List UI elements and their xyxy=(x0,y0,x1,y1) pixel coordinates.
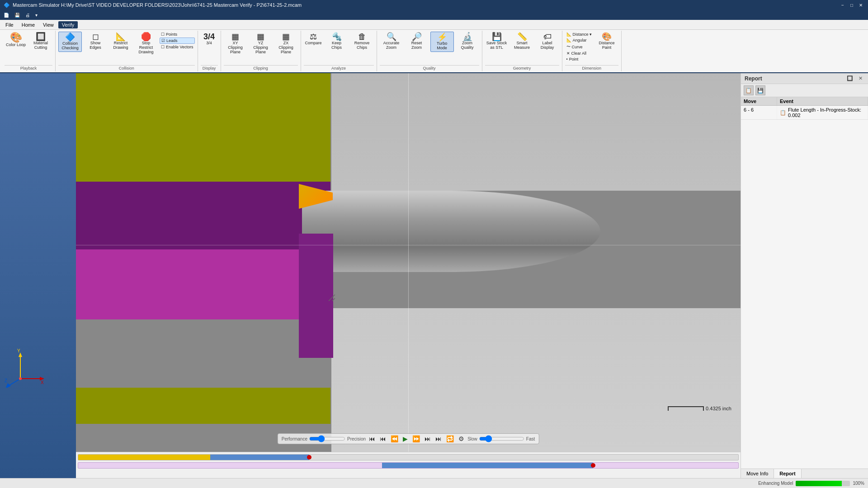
ribbon-group-playback-content: 🎨 Color Loop 🔲 Material Cutting xyxy=(5,32,52,64)
svg-text:Z: Z xyxy=(5,378,7,383)
app-icon: 🔷 xyxy=(4,2,10,8)
viewport[interactable]: 0.4325 inch Performance Precision ⏮ ⏮ ⏪ … xyxy=(76,73,741,478)
progress-track-top[interactable] xyxy=(78,454,739,460)
panel-float-button[interactable]: 🔲 xyxy=(845,75,855,82)
svg-line-10 xyxy=(329,295,335,301)
progress-track-bottom[interactable] xyxy=(78,462,739,469)
tool-cylinder xyxy=(302,191,600,272)
progress-fill-yellow xyxy=(78,455,210,460)
smart-measure-button[interactable]: 📏 Smart Measure xyxy=(510,32,534,51)
compare-button[interactable]: ⚖ Compare xyxy=(304,32,323,47)
left-sidebar: Y X Z xyxy=(0,73,76,478)
next-end-button[interactable]: ⏭ xyxy=(423,435,432,442)
zoom-quality-button[interactable]: 🔬 Zoom Quality xyxy=(456,32,479,51)
ribbon-group-quality-label: Quality xyxy=(380,65,479,70)
keep-chips-button[interactable]: 🔩 Keep Chips xyxy=(325,32,349,51)
menu-bar: File Home View Verify xyxy=(0,20,868,30)
accurate-zoom-button[interactable]: 🔍 Accurate Zoom xyxy=(380,32,403,51)
remove-chips-button[interactable]: 🗑 Remove Chips xyxy=(350,32,374,51)
point-label: Point xyxy=(569,57,579,61)
scale-value: 0.4325 inch xyxy=(706,406,731,411)
loop-button[interactable]: 🔁 xyxy=(445,435,455,442)
maximize-button[interactable]: □ xyxy=(848,1,855,9)
progress-thumb-top[interactable] xyxy=(307,455,311,460)
points-label: Points xyxy=(166,32,177,37)
clear-all-button[interactable]: ✕ Clear All xyxy=(565,51,594,56)
prev-start-button[interactable]: ⏮ xyxy=(378,435,387,442)
speed-slider[interactable] xyxy=(479,435,524,442)
angular-button[interactable]: 📐 Angular xyxy=(565,38,594,43)
next-frame-button[interactable]: ⏩ xyxy=(411,435,421,442)
menu-verify[interactable]: Verify xyxy=(58,21,78,28)
report-icon-2[interactable]: 💾 xyxy=(755,85,765,95)
table-row[interactable]: 6 - 6 📋 Flute Length - In-Progress-Stock… xyxy=(741,106,868,120)
last-button[interactable]: ⏭ xyxy=(434,435,443,442)
minimize-button[interactable]: − xyxy=(839,1,846,9)
enhancing-bar-fill xyxy=(796,481,842,486)
qa-btn-2[interactable]: 💾 xyxy=(13,12,22,19)
ribbon-group-geometry: 💾 Save Stock as STL 📏 Smart Measure 🏷 La… xyxy=(482,31,562,71)
material-cutting-button[interactable]: 🔲 Material Cutting xyxy=(29,32,52,51)
label-display-button[interactable]: 🏷 Label Display xyxy=(536,32,559,51)
menu-file[interactable]: File xyxy=(2,21,17,28)
qa-dropdown[interactable]: ▾ xyxy=(33,12,39,19)
reset-zoom-button[interactable]: 🔎 Reset Zoom xyxy=(405,32,429,51)
cell-event: 📋 Flute Length - In-Progress-Stock: 0.00… xyxy=(777,106,868,119)
material-cutting-label: Material Cutting xyxy=(30,41,51,50)
color-loop-button[interactable]: 🎨 Color Loop xyxy=(5,32,27,48)
prev-frame-button[interactable]: ⏪ xyxy=(389,435,400,442)
zoom-quality-label: Zoom Quality xyxy=(457,41,478,50)
title-bar: 🔷 Mastercam Simulator H:\My Drive\ST VID… xyxy=(0,0,868,10)
tab-move-info[interactable]: Move Info xyxy=(741,469,774,478)
qa-btn-3[interactable]: 🖨 xyxy=(24,12,32,19)
playback-controls[interactable]: Performance Precision ⏮ ⏮ ⏪ ▶ ⏩ ⏭ ⏭ 🔁 ⚙ … xyxy=(278,433,539,444)
curve-icon: 〜 xyxy=(566,44,571,50)
compare-label: Compare xyxy=(305,41,322,46)
panel-close-button[interactable]: ✕ xyxy=(857,75,864,82)
show-edges-button[interactable]: ◻ Show Edges xyxy=(84,32,107,51)
yz-clipping-button[interactable]: ▦ YZ Clipping Plane xyxy=(249,32,273,56)
report-icon-1[interactable]: 📋 xyxy=(744,85,754,95)
ribbon-group-clipping-content: ▦ XY Clipping Plane ▦ YZ Clipping Plane … xyxy=(224,32,298,64)
progress-thumb-bottom[interactable] xyxy=(591,463,595,468)
tab-report[interactable]: Report xyxy=(774,469,801,478)
show-edges-icon: ◻ xyxy=(92,33,99,41)
qa-btn-1[interactable]: 📄 xyxy=(2,12,11,19)
threequarter-button[interactable]: 3/4 3/4 xyxy=(201,32,218,47)
svg-text:Y: Y xyxy=(17,348,20,353)
restrict-drawing-button[interactable]: 📐 Restrict Drawing xyxy=(109,32,132,51)
clear-all-label: Clear All xyxy=(571,51,587,56)
settings-button[interactable]: ⚙ xyxy=(457,435,466,442)
enable-vectors-checkbox[interactable]: ☐ Enable Vectors xyxy=(160,44,195,50)
ribbon-group-dimension-content: 📐 Distance ▾ 📐 Angular 〜 Curve ✕ Clear A… xyxy=(565,32,619,64)
close-button[interactable]: ✕ xyxy=(857,1,864,9)
play-button[interactable]: ▶ xyxy=(401,435,409,442)
point-button[interactable]: • Point xyxy=(565,56,594,62)
speed-fast-label: Fast xyxy=(526,436,535,441)
ribbon-group-analyze: ⚖ Compare 🔩 Keep Chips 🗑 Remove Chips An… xyxy=(301,31,377,71)
rewind-button[interactable]: ⏮ xyxy=(368,435,377,442)
save-stock-button[interactable]: 💾 Save Stock as STL xyxy=(485,32,509,51)
curve-button[interactable]: 〜 Curve xyxy=(565,43,594,50)
progress-area xyxy=(76,452,741,478)
distance-button[interactable]: 📐 Distance ▾ xyxy=(565,32,594,37)
distance-paint-button[interactable]: 🎨 Distance Paint xyxy=(595,32,618,51)
leads-checkbox[interactable]: ☑ Leads xyxy=(160,38,195,44)
stop-restrict-button[interactable]: 🛑 Stop Restrict Drawing xyxy=(134,32,158,56)
xy-clipping-button[interactable]: ▦ XY Clipping Plane xyxy=(224,32,247,56)
zoom-level: 100% xyxy=(853,481,864,486)
points-checkbox[interactable]: ☐ Points xyxy=(160,32,195,37)
turbo-mode-button[interactable]: ⚡ Turbo Mode xyxy=(430,32,454,52)
distance-icon: 📐 xyxy=(566,32,571,37)
menu-home[interactable]: Home xyxy=(18,21,38,28)
panel-controls: 🔲 ✕ xyxy=(845,75,864,82)
zx-clipping-button[interactable]: ▦ ZX Clipping Plane xyxy=(274,32,298,56)
distance-label: Distance ▾ xyxy=(573,32,592,37)
menu-view[interactable]: View xyxy=(39,21,57,28)
bg-top-right xyxy=(331,73,741,191)
ribbon-group-geometry-content: 💾 Save Stock as STL 📏 Smart Measure 🏷 La… xyxy=(485,32,559,64)
performance-slider[interactable] xyxy=(309,435,345,442)
zx-clipping-label: ZX Clipping Plane xyxy=(276,41,297,55)
progress-fill-blue2 xyxy=(382,463,593,468)
collision-checking-button[interactable]: 🔷 Collision Checking xyxy=(58,32,82,52)
